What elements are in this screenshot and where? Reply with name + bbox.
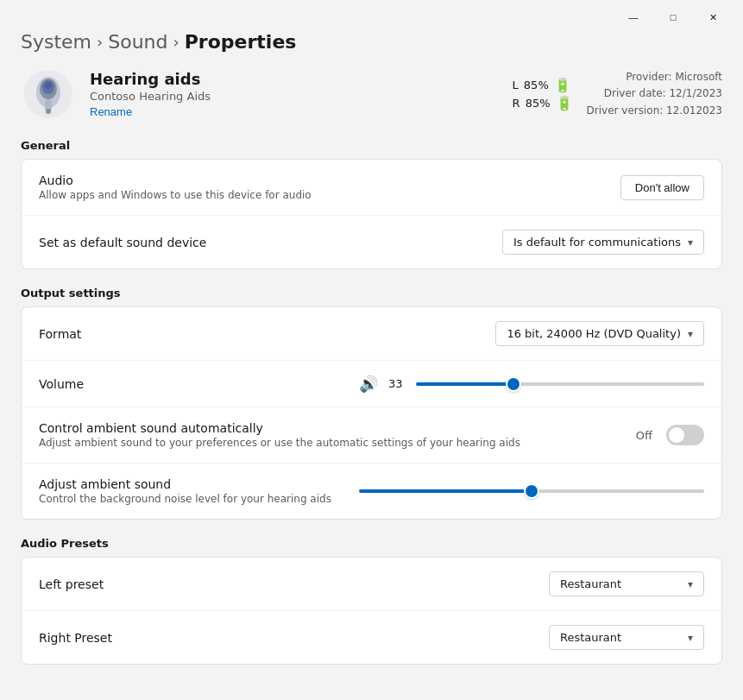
battery-info: L 85% 🔋 R 85% 🔋	[513, 77, 573, 111]
battery-right-icon: 🔋	[556, 95, 573, 111]
output-section-label: Output settings	[21, 287, 722, 300]
ambient-text: Control ambient sound automatically Adju…	[39, 421, 520, 449]
breadcrumb-sep-1: ›	[97, 33, 103, 51]
general-card: Audio Allow apps and Windows to use this…	[21, 159, 722, 269]
rename-button[interactable]: Rename	[90, 105, 132, 118]
right-preset-value: Restaurant	[560, 631, 621, 644]
volume-slider-container: 🔊 33	[359, 375, 704, 393]
format-value: 16 bit, 24000 Hz (DVD Quality)	[507, 327, 681, 340]
device-subtitle: Contoso Hearing Aids	[90, 90, 499, 103]
ambient-title: Control ambient sound automatically	[39, 421, 520, 435]
adjust-sub: Control the background noise level for y…	[39, 493, 331, 505]
maximize-button[interactable]: □	[653, 5, 693, 29]
audio-row: Audio Allow apps and Windows to use this…	[22, 160, 721, 216]
adjust-slider-container	[359, 489, 704, 493]
left-preset-label: Left preset	[39, 577, 104, 591]
battery-left-label: L	[513, 79, 519, 91]
chevron-down-icon: ▾	[688, 236, 693, 249]
adjust-text: Adjust ambient sound Control the backgro…	[39, 477, 331, 505]
format-chevron-icon: ▾	[688, 328, 693, 340]
breadcrumb-sound[interactable]: Sound	[108, 31, 167, 53]
breadcrumb-system[interactable]: System	[21, 31, 91, 53]
device-name: Hearing aids	[90, 70, 499, 88]
adjust-title: Adjust ambient sound	[39, 477, 331, 491]
volume-value: 33	[388, 377, 406, 390]
format-row: Format 16 bit, 24000 Hz (DVD Quality) ▾	[22, 307, 721, 361]
device-header: Hearing aids Contoso Hearing Aids Rename…	[21, 66, 722, 122]
svg-point-6	[46, 109, 51, 114]
provider-text: Provider: Microsoft	[587, 69, 722, 85]
settings-window: — □ ✕ System › Sound › Properties	[0, 0, 743, 700]
volume-icon: 🔊	[359, 375, 378, 393]
driver-version: Driver version: 12.012023	[587, 103, 722, 119]
right-preset-row: Right Preset Restaurant ▾	[22, 611, 721, 664]
adjust-ambient-row: Adjust ambient sound Control the backgro…	[22, 464, 721, 519]
presets-card: Left preset Restaurant ▾ Right Preset Re…	[21, 557, 722, 665]
format-label: Format	[39, 327, 81, 341]
close-button[interactable]: ✕	[693, 5, 733, 29]
left-preset-value: Restaurant	[560, 577, 621, 590]
right-preset-chevron-icon: ▾	[688, 632, 693, 644]
default-device-select[interactable]: Is default for communications ▾	[502, 230, 704, 255]
driver-info: Provider: Microsoft Driver date: 12/1/20…	[587, 69, 722, 119]
output-card: Format 16 bit, 24000 Hz (DVD Quality) ▾ …	[21, 306, 722, 520]
format-select[interactable]: 16 bit, 24000 Hz (DVD Quality) ▾	[495, 321, 704, 346]
battery-left-icon: 🔋	[554, 77, 571, 93]
default-device-value: Is default for communications	[513, 236, 681, 249]
ambient-toggle-knob	[669, 427, 684, 443]
general-section-label: General	[21, 139, 722, 152]
audio-text: Audio Allow apps and Windows to use this…	[39, 173, 312, 201]
ambient-sub: Adjust ambient sound to your preferences…	[39, 437, 520, 449]
volume-slider[interactable]	[416, 382, 704, 386]
svg-point-4	[45, 82, 52, 89]
content-area: Hearing aids Contoso Hearing Aids Rename…	[0, 66, 743, 700]
left-preset-chevron-icon: ▾	[688, 578, 693, 590]
window-controls: — □ ✕	[614, 5, 733, 29]
battery-left-pct: 85%	[524, 79, 549, 91]
audio-sub: Allow apps and Windows to use this devic…	[39, 189, 312, 201]
ambient-toggle-label: Off	[636, 429, 652, 442]
volume-row: Volume 🔊 33	[22, 361, 721, 407]
adjust-slider[interactable]	[359, 489, 704, 493]
device-icon	[21, 66, 76, 122]
presets-section-label: Audio Presets	[21, 537, 722, 550]
device-info: Hearing aids Contoso Hearing Aids Rename	[90, 70, 499, 118]
default-device-row: Set as default sound device Is default f…	[22, 216, 721, 268]
breadcrumb-properties: Properties	[185, 31, 297, 53]
battery-right-pct: 85%	[526, 97, 551, 110]
left-preset-select[interactable]: Restaurant ▾	[549, 571, 704, 596]
right-preset-label: Right Preset	[39, 631, 112, 645]
title-bar: — □ ✕	[0, 0, 743, 31]
ambient-toggle-wrapper: Off	[636, 425, 704, 445]
right-preset-select[interactable]: Restaurant ▾	[549, 625, 704, 650]
volume-label: Volume	[39, 377, 84, 391]
breadcrumb: System › Sound › Properties	[0, 31, 743, 66]
minimize-button[interactable]: —	[614, 5, 653, 29]
battery-right: R 85% 🔋	[513, 95, 573, 111]
ambient-control-row: Control ambient sound automatically Adju…	[22, 407, 721, 464]
ambient-toggle[interactable]	[666, 425, 704, 445]
left-preset-row: Left preset Restaurant ▾	[22, 558, 721, 611]
battery-right-label: R	[513, 97, 520, 110]
driver-date: Driver date: 12/1/2023	[587, 85, 722, 102]
default-device-label: Set as default sound device	[39, 236, 206, 249]
battery-left: L 85% 🔋	[513, 77, 573, 93]
dont-allow-button[interactable]: Don't allow	[620, 175, 704, 200]
breadcrumb-sep-2: ›	[173, 33, 179, 51]
audio-title: Audio	[39, 173, 312, 187]
